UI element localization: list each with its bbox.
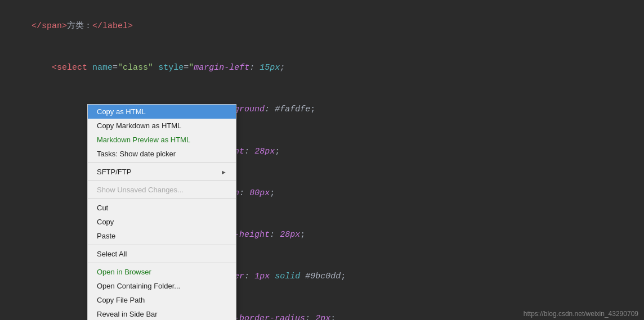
context-menu: Copy as HTML Copy Markdown as HTML Markd… — [87, 104, 236, 320]
menu-item-copy-html-label: Copy as HTML — [97, 107, 146, 116]
menu-item-show-unsaved-label: Show Unsaved Changes... — [97, 186, 184, 194]
code-line-2: <select name="class" style="margin-left:… — [11, 47, 633, 89]
separator-1 — [88, 163, 236, 163]
menu-item-tasks-date[interactable]: Tasks: Show date picker — [88, 147, 236, 161]
menu-item-copy-path-label: Copy File Path — [97, 296, 145, 304]
tag-label-close: </label> — [92, 21, 133, 31]
separator-4 — [88, 245, 236, 245]
menu-item-copy-label: Copy — [97, 218, 114, 226]
submenu-arrow-icon: ► — [221, 169, 227, 175]
menu-item-tasks-date-label: Tasks: Show date picker — [97, 150, 176, 158]
tag-span-close: </span> — [32, 21, 67, 31]
menu-item-copy-path[interactable]: Copy File Path — [88, 293, 236, 307]
status-bar-url: https://blog.csdn.net/weixin_43290709 — [524, 310, 638, 318]
separator-3 — [88, 199, 236, 199]
menu-item-select-all-label: Select All — [97, 250, 127, 258]
menu-item-md-preview[interactable]: Markdown Preview as HTML — [88, 133, 236, 147]
menu-item-show-unsaved: Show Unsaved Changes... — [88, 183, 236, 197]
menu-item-copy-html[interactable]: Copy as HTML — [88, 105, 236, 119]
menu-item-copy-md-html-label: Copy Markdown as HTML — [97, 121, 181, 130]
menu-item-select-all[interactable]: Select All — [88, 247, 236, 261]
menu-item-cut[interactable]: Cut — [88, 201, 236, 215]
menu-item-md-preview-label: Markdown Preview as HTML — [97, 136, 190, 144]
menu-item-sftp[interactable]: SFTP/FTP ► — [88, 165, 236, 179]
menu-item-paste[interactable]: Paste — [88, 229, 236, 243]
menu-item-reveal-sidebar[interactable]: Reveal in Side Bar — [88, 307, 236, 320]
menu-item-reveal-sidebar-label: Reveal in Side Bar — [97, 310, 158, 318]
menu-item-open-browser-label: Open in Browser — [97, 268, 151, 276]
menu-item-open-folder-label: Open Containing Folder... — [97, 282, 180, 290]
menu-item-paste-label: Paste — [97, 232, 115, 240]
separator-2 — [88, 181, 236, 181]
separator-5 — [88, 263, 236, 263]
menu-item-open-browser[interactable]: Open in Browser — [88, 265, 236, 279]
menu-item-sftp-label: SFTP/FTP — [97, 168, 131, 176]
menu-item-copy-md-html[interactable]: Copy Markdown as HTML — [88, 119, 236, 133]
menu-item-open-folder[interactable]: Open Containing Folder... — [88, 279, 236, 293]
status-bar: https://blog.csdn.net/weixin_43290709 — [518, 308, 644, 320]
menu-item-cut-label: Cut — [97, 204, 108, 212]
menu-item-copy[interactable]: Copy — [88, 215, 236, 229]
code-line-1: </span>方类：</label> — [11, 6, 633, 47]
